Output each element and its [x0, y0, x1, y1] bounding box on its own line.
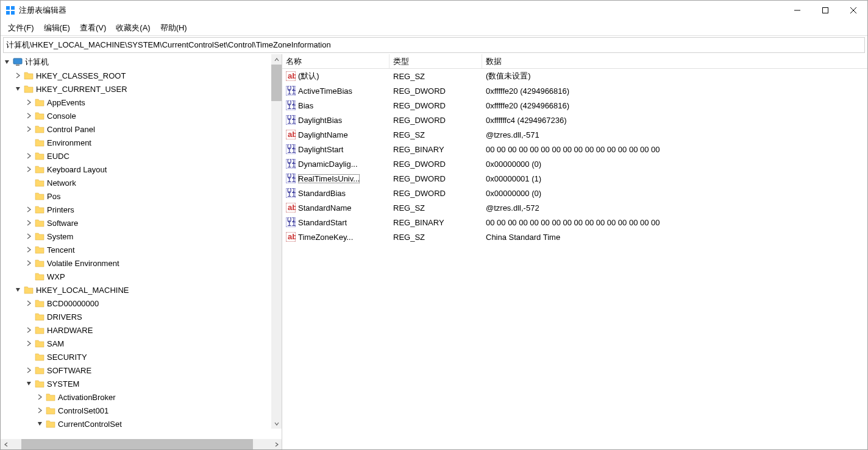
expander[interactable] — [25, 366, 34, 374]
expander[interactable] — [25, 326, 34, 334]
tree-node-label: HKEY_LOCAL_MACHINE — [36, 286, 129, 295]
scroll-up-button[interactable] — [271, 54, 282, 65]
tree-node[interactable]: ActivationBroker — [1, 390, 282, 404]
expander-icon[interactable] — [3, 58, 12, 66]
values-list[interactable]: (默认)REG_SZ(数值未设置)ActiveTimeBiasREG_DWORD… — [282, 69, 867, 449]
tree-node[interactable]: DRIVERS — [1, 310, 282, 323]
tree-node[interactable]: Environment — [1, 136, 282, 149]
close-button[interactable] — [839, 1, 867, 20]
scroll-left-button[interactable] — [1, 439, 11, 449]
chevron-right-icon — [26, 99, 32, 105]
expander[interactable] — [25, 165, 34, 174]
tree-node[interactable]: HKEY_CLASSES_ROOT — [1, 69, 282, 82]
expander[interactable] — [25, 339, 34, 348]
value-data: (数值未设置) — [482, 71, 867, 82]
tree-node[interactable]: Volatile Environment — [1, 256, 282, 270]
folder-icon — [46, 406, 55, 415]
tree-horizontal-scrollbar[interactable] — [1, 439, 282, 449]
menu-file[interactable]: 文件(F) — [3, 21, 39, 35]
tree-root[interactable]: 计算机 — [1, 55, 282, 69]
value-row[interactable]: StandardNameREG_SZ@tzres.dll,-572 — [282, 200, 867, 215]
value-row[interactable]: RealTimeIsUniv...REG_DWORD0x00000001 (1) — [282, 171, 867, 186]
expander[interactable] — [25, 259, 34, 267]
tree-node[interactable]: HKEY_CURRENT_USER — [1, 82, 282, 96]
value-data: 0xfffffe20 (4294966816) — [482, 86, 867, 96]
titlebar[interactable]: 注册表编辑器 — [1, 1, 867, 20]
maximize-button[interactable] — [811, 1, 839, 20]
tree-node[interactable]: Software — [1, 216, 282, 230]
tree-node[interactable]: HARDWARE — [1, 323, 282, 337]
scroll-down-button[interactable] — [271, 418, 282, 429]
tree-node[interactable]: SECURITY — [1, 350, 282, 364]
tree-node[interactable]: Pos — [1, 189, 282, 203]
expander[interactable] — [25, 299, 34, 308]
tree-node-label: SAM — [47, 339, 64, 348]
tree-node[interactable]: Console — [1, 109, 282, 122]
chevron-right-icon — [26, 113, 32, 119]
expander[interactable] — [36, 393, 44, 401]
tree-node[interactable]: BCD00000000 — [1, 297, 282, 310]
column-header-name[interactable]: 名称 — [282, 54, 390, 68]
tree-node[interactable]: System — [1, 230, 282, 243]
value-row[interactable]: DynamicDaylig...REG_DWORD0x00000000 (0) — [282, 156, 867, 171]
expander[interactable] — [25, 232, 34, 241]
tree-node[interactable]: EUDC — [1, 149, 282, 163]
menu-view[interactable]: 查看(V) — [75, 21, 111, 35]
tree-node[interactable]: SOFTWARE — [1, 364, 282, 377]
value-row[interactable]: StandardBiasREG_DWORD0x00000000 (0) — [282, 186, 867, 200]
string-value-icon — [286, 232, 296, 242]
scroll-right-button[interactable] — [271, 439, 282, 449]
menu-edit[interactable]: 编辑(E) — [39, 21, 75, 35]
folder-icon — [46, 419, 55, 429]
expander[interactable] — [25, 111, 34, 120]
scroll-thumb[interactable] — [271, 65, 282, 101]
scroll-thumb[interactable] — [21, 439, 253, 449]
tree-scroll-area[interactable]: 计算机 HKEY_CLASSES_ROOTHKEY_CURRENT_USERAp… — [1, 54, 282, 439]
tree-node[interactable]: WXP — [1, 270, 282, 283]
value-row[interactable]: BiasREG_DWORD0xfffffe20 (4294966816) — [282, 98, 867, 113]
expander[interactable] — [14, 286, 23, 294]
value-row[interactable]: ActiveTimeBiasREG_DWORD0xfffffe20 (42949… — [282, 83, 867, 98]
tree-node[interactable]: Keyboard Layout — [1, 163, 282, 176]
expander[interactable] — [25, 379, 34, 388]
value-row[interactable]: DaylightBiasREG_DWORD0xffffffc4 (4294967… — [282, 113, 867, 127]
scroll-track[interactable] — [271, 65, 282, 418]
expander[interactable] — [25, 98, 34, 107]
value-row[interactable]: (默认)REG_SZ(数值未设置) — [282, 69, 867, 83]
tree-node[interactable]: Tencent — [1, 243, 282, 256]
value-name-cell: Bias — [282, 100, 390, 110]
value-row[interactable]: DaylightStartREG_BINARY00 00 00 00 00 00… — [282, 142, 867, 156]
tree-node[interactable]: Printers — [1, 203, 282, 216]
expander[interactable] — [25, 125, 34, 133]
folder-icon — [46, 392, 55, 402]
expander[interactable] — [36, 420, 44, 428]
expander[interactable] — [25, 219, 34, 227]
minimize-button[interactable] — [783, 1, 811, 20]
tree-node[interactable]: Control Panel — [1, 122, 282, 136]
expander[interactable] — [14, 71, 23, 80]
scroll-track[interactable] — [11, 439, 271, 449]
address-bar[interactable]: 计算机\HKEY_LOCAL_MACHINE\SYSTEM\CurrentCon… — [3, 37, 865, 53]
tree-node[interactable]: Network — [1, 176, 282, 189]
expander[interactable] — [14, 85, 23, 93]
value-row[interactable]: StandardStartREG_BINARY00 00 00 00 00 00… — [282, 215, 867, 230]
expander[interactable] — [25, 152, 34, 160]
tree-node[interactable]: SAM — [1, 337, 282, 350]
tree-vertical-scrollbar[interactable] — [271, 54, 282, 429]
tree-node[interactable]: ControlSet001 — [1, 404, 282, 417]
tree-node[interactable]: AppEvents — [1, 96, 282, 109]
expander[interactable] — [25, 245, 34, 254]
tree-node-label: HKEY_CURRENT_USER — [36, 85, 127, 94]
menu-help[interactable]: 帮助(H) — [155, 21, 192, 35]
column-header-type[interactable]: 类型 — [390, 54, 482, 68]
menu-favorites[interactable]: 收藏夹(A) — [111, 21, 155, 35]
column-header-data[interactable]: 数据 — [482, 54, 867, 68]
tree-node[interactable]: CurrentControlSet — [1, 417, 282, 431]
value-row[interactable]: DaylightNameREG_SZ@tzres.dll,-571 — [282, 127, 867, 142]
expander[interactable] — [25, 205, 34, 214]
tree-node[interactable]: HKEY_LOCAL_MACHINE — [1, 283, 282, 297]
folder-icon — [35, 325, 44, 335]
tree-node[interactable]: SYSTEM — [1, 377, 282, 390]
value-row[interactable]: TimeZoneKey...REG_SZChina Standard Time — [282, 230, 867, 244]
expander[interactable] — [36, 406, 44, 415]
